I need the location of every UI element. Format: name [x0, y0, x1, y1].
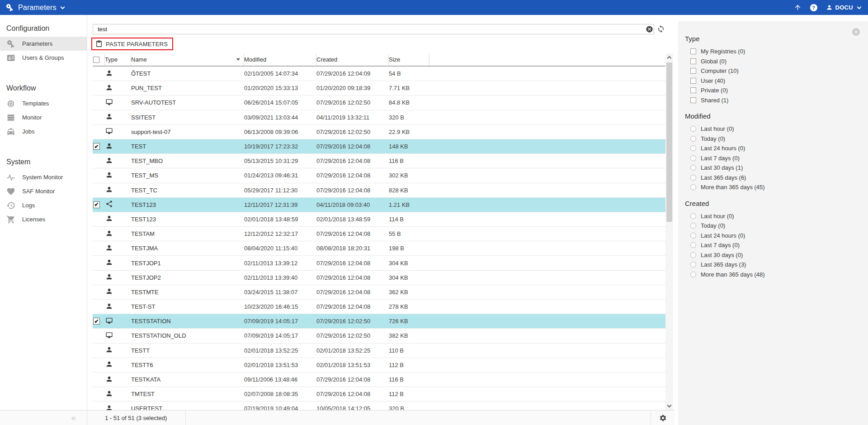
- scrollbar-thumb[interactable]: [666, 62, 672, 222]
- filter-option-created-last-hour[interactable]: Last hour (0): [678, 211, 868, 221]
- paste-parameters-button[interactable]: PASTE PARAMETERS: [92, 38, 172, 49]
- filter-option-type-computer[interactable]: Computer (10): [678, 66, 868, 76]
- checkbox[interactable]: [690, 78, 696, 84]
- table-row[interactable]: TEST-ST 10/23/2020 16:46:15 07/29/2016 1…: [93, 300, 667, 314]
- table-row[interactable]: TMTEST 02/07/2008 18:08:35 07/29/2016 12…: [93, 387, 667, 401]
- table-row[interactable]: USERTEST 07/19/2019 10:49:04 10/05/2018 …: [93, 401, 667, 410]
- checkbox[interactable]: [690, 97, 696, 103]
- radio-button[interactable]: [690, 252, 696, 258]
- radio-button[interactable]: [690, 262, 696, 267]
- row-checkbox[interactable]: ✔: [93, 318, 100, 325]
- sidebar-item-logs[interactable]: Logs: [0, 198, 87, 212]
- refresh-icon[interactable]: [657, 25, 665, 33]
- table-row[interactable]: ✔ TESTSTATION 07/09/2019 14:05:17 07/29/…: [93, 314, 667, 329]
- table-row[interactable]: TESTJOP1 02/11/2013 13:39:12 07/29/2016 …: [93, 256, 667, 270]
- column-header-created[interactable]: Created: [316, 53, 389, 66]
- radio-button[interactable]: [690, 242, 696, 248]
- sidebar-item-monitor[interactable]: Monitor: [0, 110, 87, 124]
- close-filter-panel-icon[interactable]: [852, 28, 860, 36]
- filter-option-modified-last-30-days[interactable]: Last 30 days (1): [678, 163, 868, 173]
- radio-button[interactable]: [690, 126, 696, 132]
- radio-button[interactable]: [690, 145, 696, 151]
- clear-search-icon[interactable]: [646, 25, 653, 33]
- filter-option-modified-more-than-365-days[interactable]: More than 365 days (45): [678, 182, 868, 192]
- table-row[interactable]: TEST_MBO 05/13/2015 10:31:29 07/29/2016 …: [93, 154, 667, 168]
- help-icon[interactable]: [810, 4, 817, 11]
- table-row[interactable]: TEST_TC 05/29/2017 11:12:30 07/29/2016 1…: [93, 183, 667, 198]
- checkbox[interactable]: [690, 68, 696, 74]
- table-row[interactable]: PUN_TEST 01/20/2020 15:33:13 01/20/2020 …: [93, 81, 667, 96]
- scroll-down-icon[interactable]: [667, 403, 672, 408]
- search-input[interactable]: [93, 24, 654, 34]
- upload-icon[interactable]: [794, 4, 802, 11]
- table-row[interactable]: SRV-AUTOTEST 06/26/2014 15:07:05 07/29/2…: [93, 96, 667, 110]
- filter-option-created-last-7-days[interactable]: Last 7 days (0): [678, 240, 868, 250]
- filter-option-modified-last-hour[interactable]: Last hour (0): [678, 124, 868, 134]
- sidebar-item-templates[interactable]: Templates: [0, 96, 87, 110]
- column-header-size[interactable]: Size: [389, 53, 429, 66]
- checkbox[interactable]: [690, 48, 696, 54]
- column-header-type[interactable]: Type: [105, 53, 131, 66]
- filter-option-type-private[interactable]: Private (0): [678, 86, 868, 96]
- table-row[interactable]: ÕTEST 02/10/2005 14:07:34 07/29/2016 12:…: [93, 67, 667, 81]
- table-row[interactable]: TESTSTATION_OLD 07/09/2019 14:05:17 07/2…: [93, 329, 667, 343]
- filter-option-created-today[interactable]: Today (0): [678, 221, 868, 231]
- user-menu[interactable]: DOCU: [826, 4, 861, 11]
- checkbox[interactable]: [690, 87, 696, 93]
- filter-option-type-user[interactable]: User (40): [678, 76, 868, 86]
- radio-button[interactable]: [690, 213, 696, 219]
- filter-option-modified-last-365-days[interactable]: Last 365 days (6): [678, 173, 868, 183]
- filter-option-type-my-registries[interactable]: My Registries (0): [678, 47, 868, 57]
- filter-option-created-last-30-days[interactable]: Last 30 days (0): [678, 250, 868, 260]
- sidebar-item-jobs[interactable]: Jobs: [0, 124, 87, 138]
- radio-button[interactable]: [690, 233, 696, 239]
- table-settings-button[interactable]: [651, 411, 675, 425]
- radio-button[interactable]: [690, 136, 696, 142]
- radio-button[interactable]: [690, 223, 696, 229]
- app-title-menu[interactable]: Parameters: [0, 3, 64, 12]
- table-row[interactable]: TESTT 02/01/2018 13:52:25 02/01/2018 13:…: [93, 344, 667, 358]
- sidebar-item-system-monitor[interactable]: System Monitor: [0, 170, 87, 184]
- radio-button[interactable]: [690, 175, 696, 181]
- table-row[interactable]: TEST_MS 01/24/2013 09:46:31 07/29/2016 1…: [93, 168, 667, 183]
- radio-button[interactable]: [690, 165, 696, 171]
- radio-button[interactable]: [690, 155, 696, 161]
- filter-option-created-last-24-hours[interactable]: Last 24 hours (0): [678, 231, 868, 241]
- table-row[interactable]: TESTJOP2 02/11/2013 13:39:40 07/29/2016 …: [93, 271, 667, 285]
- radio-button[interactable]: [690, 184, 696, 190]
- radio-button[interactable]: [690, 272, 696, 277]
- checkbox[interactable]: [690, 58, 696, 64]
- filter-option-modified-last-7-days[interactable]: Last 7 days (0): [678, 153, 868, 163]
- sidebar-item-users-groups[interactable]: Users & Groups: [0, 51, 87, 65]
- row-created: 07/29/2016 12:04:08: [316, 289, 389, 296]
- table-row[interactable]: TEST123 02/01/2018 13:48:59 02/01/2018 1…: [93, 212, 667, 227]
- table-row[interactable]: ✔ TEST123 12/11/2017 12:31:39 04/11/2018…: [93, 198, 667, 212]
- table-row[interactable]: support-test-07 06/13/2008 09:39:06 07/2…: [93, 125, 667, 139]
- table-row[interactable]: TESTKATA 09/11/2006 13:48:46 07/29/2016 …: [93, 372, 667, 387]
- sidebar-item-licenses[interactable]: Licenses: [0, 212, 87, 226]
- filter-option-label: Last hour (0): [701, 213, 734, 220]
- filter-option-modified-today[interactable]: Today (0): [678, 134, 868, 144]
- row-checkbox[interactable]: ✔: [93, 143, 100, 150]
- table-row[interactable]: TESTJMA 08/04/2020 11:15:40 08/08/2018 1…: [93, 241, 667, 256]
- filter-option-type-shared[interactable]: Shared (1): [678, 96, 868, 105]
- filter-option-created-last-365-days[interactable]: Last 365 days (3): [678, 260, 868, 270]
- table-row[interactable]: TESTMTE 03/24/2015 11:38:07 07/29/2016 1…: [93, 285, 667, 300]
- table-row[interactable]: ✔ TEST 10/19/2017 17:23:32 07/29/2016 12…: [93, 139, 667, 154]
- table-row[interactable]: TESTT6 02/01/2018 13:51:53 02/01/2018 13…: [93, 358, 667, 372]
- column-header-modified[interactable]: Modified: [244, 53, 316, 66]
- column-header-name[interactable]: Name: [131, 53, 244, 66]
- row-checkbox[interactable]: ✔: [93, 201, 100, 208]
- filter-option-created-more-than-365-days[interactable]: More than 365 days (48): [678, 270, 868, 280]
- table-row[interactable]: SSITEST 03/09/2021 13:03:44 04/11/2019 1…: [93, 110, 667, 125]
- vertical-scrollbar[interactable]: [665, 53, 673, 410]
- filter-option-type-global[interactable]: Global (0): [678, 57, 868, 67]
- filter-option-modified-last-24-hours[interactable]: Last 24 hours (0): [678, 143, 868, 153]
- sidebar-item-parameters[interactable]: Parameters: [0, 37, 87, 51]
- select-all-checkbox[interactable]: [93, 57, 99, 63]
- sidebar-item-saf-monitor[interactable]: SAF Monitor: [0, 184, 87, 198]
- row-name: support-test-07: [131, 129, 244, 135]
- collapse-sidebar-button[interactable]: [0, 411, 87, 425]
- table-row[interactable]: TESTAM 12/12/2012 12:32:17 07/29/2016 12…: [93, 227, 667, 241]
- scroll-up-icon[interactable]: [667, 56, 672, 61]
